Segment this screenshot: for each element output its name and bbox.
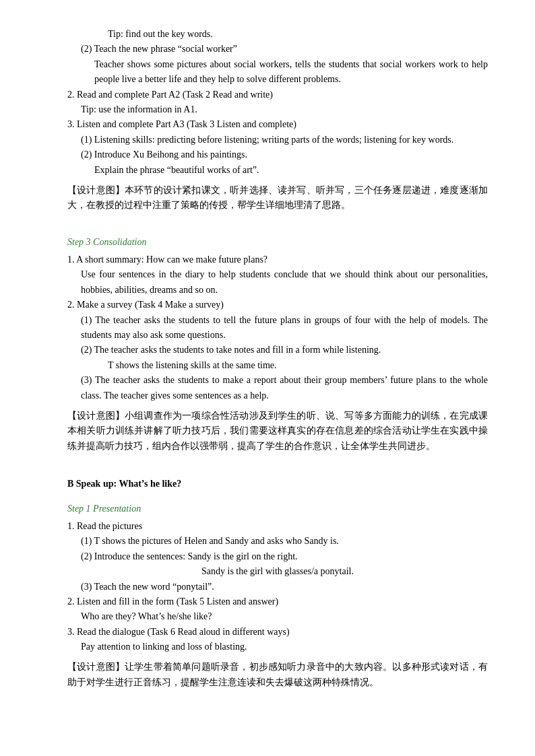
step3-2-sub3: (3) The teacher asks the students to mak…: [81, 373, 488, 403]
step1-3-note: Pay attention to linking and loss of bla…: [81, 640, 488, 654]
step1-2-label: 2. Listen and fill in the form (Task 5 L…: [67, 594, 488, 609]
part3-sub2: (2) Introduce Xu Beihong and his paintin…: [81, 147, 488, 162]
part3-sub2-explain: Explain the phrase “beautiful works of a…: [94, 163, 488, 178]
design-note-1: 【设计意图】本环节的设计紧扣课文，听并选择、读并写、听并写，三个任务逐层递进，难…: [67, 183, 488, 213]
part2-label: 2. Read and complete Part A2 (Task 2 Rea…: [67, 88, 488, 102]
tip-line: Tip: find out the key words.: [108, 27, 488, 42]
item2-label: (2) Teach the new phrase “social worker”: [81, 42, 488, 57]
step1-1-sub1: (1) T shows the pictures of Helen and Sa…: [81, 534, 488, 549]
design-note-2: 【设计意图】小组调查作为一项综合性活动涉及到学生的听、说、写等多方面能力的训练，…: [67, 409, 488, 454]
step1-3-label: 3. Read the dialogue (Task 6 Read aloud …: [67, 625, 488, 640]
step1-1-sub3: (3) Teach the new word “ponytail”.: [81, 580, 488, 594]
section-b-title: B Speak up: What’s he like?: [67, 477, 488, 491]
step3-1-label: 1. A short summary: How can we make futu…: [67, 252, 488, 267]
part3-label: 3. Listen and complete Part A3 (Task 3 L…: [67, 117, 488, 132]
step1-1-sub2-note: Sandy is the girl with glasses/a ponytai…: [67, 564, 488, 579]
tip-text: Tip: find out the key words.: [108, 29, 213, 39]
design-note-3: 【设计意图】让学生带着简单问题听录音，初步感知听力录音中的大致内容。以多种形式读…: [67, 660, 488, 690]
step1-1-label: 1. Read the pictures: [67, 519, 488, 534]
step3-title: Step 3 Consolidation: [67, 235, 488, 250]
step3-1-detail: Use four sentences in the diary to help …: [81, 267, 488, 298]
step3-2-sub2-note: T shows the listening skills at the same…: [108, 358, 488, 373]
step3-2-sub1: (1) The teacher asks the students to tel…: [81, 313, 488, 343]
step3-2-label: 2. Make a survey (Task 4 Make a survey): [67, 298, 488, 312]
step3-2-sub2: (2) The teacher asks the students to tak…: [81, 343, 488, 357]
step1-1-sub2: (2) Introduce the sentences: Sandy is th…: [81, 549, 488, 564]
step1-presentation-title: Step 1 Presentation: [67, 502, 488, 516]
item2-detail: Teacher shows some pictures about social…: [94, 57, 488, 88]
part2-tip: Tip: use the information in A1.: [81, 102, 488, 117]
part3-sub1: (1) Listening skills: predicting before …: [81, 133, 488, 147]
page-content: Tip: find out the key words. (2) Teach t…: [67, 27, 488, 690]
step1-2-who: Who are they? What’s he/she like?: [81, 609, 488, 624]
